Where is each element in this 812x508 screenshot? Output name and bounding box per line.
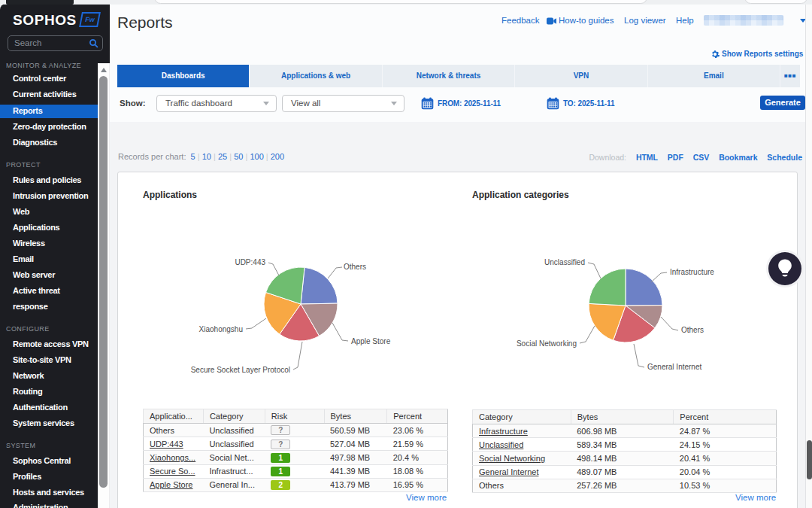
svg-text:Unclassified: Unclassified — [544, 258, 585, 266]
svg-text:Secure Socket Layer Protocol: Secure Socket Layer Protocol — [191, 366, 290, 374]
svg-text:Others: Others — [681, 326, 704, 334]
svg-text:Xiaohongshu: Xiaohongshu — [199, 325, 243, 333]
svg-text:Social Networking: Social Networking — [517, 339, 577, 348]
svg-text:Apple Store: Apple Store — [351, 337, 391, 345]
svg-text:General Internet: General Internet — [647, 363, 701, 371]
svg-text:UDP:443: UDP:443 — [235, 258, 265, 266]
svg-text:Others: Others — [344, 263, 366, 271]
svg-text:Infrastructure: Infrastructure — [670, 268, 714, 276]
